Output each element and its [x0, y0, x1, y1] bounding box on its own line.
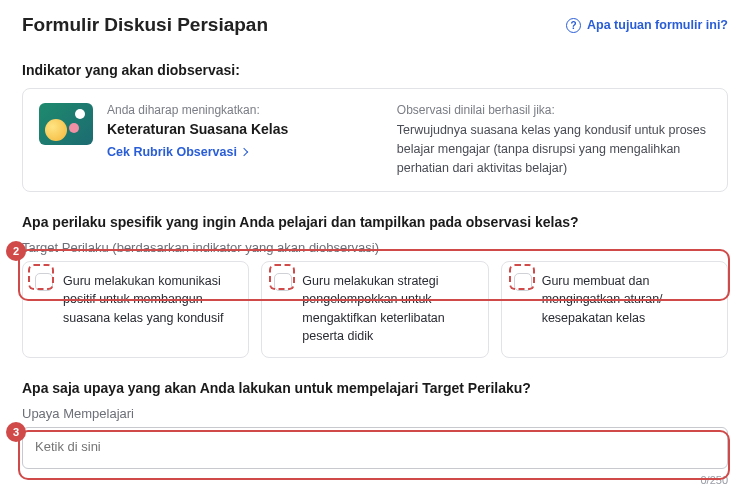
success-desc: Terwujudnya suasana kelas yang kondusif …: [397, 121, 711, 177]
indicator-meta: Anda diharap meningkatkan:: [107, 103, 369, 117]
help-link[interactable]: ? Apa tujuan formulir ini?: [566, 18, 728, 33]
behavior-option[interactable]: Guru melakukan komunikasi positif untuk …: [22, 261, 249, 358]
rubric-link-label: Cek Rubrik Observasi: [107, 145, 237, 159]
effort-textarea[interactable]: [22, 427, 728, 469]
behavior-option[interactable]: Guru melakukan strategi pengelompokkan u…: [261, 261, 488, 358]
success-meta: Observasi dinilai berhasil jika:: [397, 103, 711, 117]
page-title: Formulir Diskusi Persiapan: [22, 14, 268, 36]
effort-field-label: Upaya Mempelajari: [22, 406, 728, 421]
help-icon: ?: [566, 18, 581, 33]
indicator-section-title: Indikator yang akan diobservasi:: [22, 62, 728, 78]
effort-question: Apa saja upaya yang akan Anda lakukan un…: [22, 380, 728, 396]
behavior-option-text: Guru membuat dan mengingatkan aturan/ ke…: [542, 272, 715, 326]
rubric-link[interactable]: Cek Rubrik Observasi: [107, 145, 247, 159]
annotation-badge: 3: [6, 422, 26, 442]
behavior-option-text: Guru melakukan strategi pengelompokkan u…: [302, 272, 475, 345]
behavior-option-text: Guru melakukan komunikasi positif untuk …: [63, 272, 236, 326]
behavior-options: Guru melakukan komunikasi positif untuk …: [22, 261, 728, 358]
annotation-badge: 2: [6, 241, 26, 261]
help-link-label: Apa tujuan formulir ini?: [587, 18, 728, 32]
indicator-heading: Keteraturan Suasana Kelas: [107, 121, 369, 137]
checkbox[interactable]: [274, 273, 292, 291]
behavior-option[interactable]: Guru membuat dan mengingatkan aturan/ ke…: [501, 261, 728, 358]
chevron-right-icon: [240, 148, 248, 156]
behavior-field-label: Target Perilaku (berdasarkan indikator y…: [22, 240, 728, 255]
indicator-card: Anda diharap meningkatkan: Keteraturan S…: [22, 88, 728, 192]
checkbox[interactable]: [35, 273, 53, 291]
checkbox[interactable]: [514, 273, 532, 291]
behavior-question: Apa perilaku spesifik yang ingin Anda pe…: [22, 214, 728, 230]
char-count: 0/250: [22, 474, 728, 486]
indicator-illustration-icon: [39, 103, 93, 145]
